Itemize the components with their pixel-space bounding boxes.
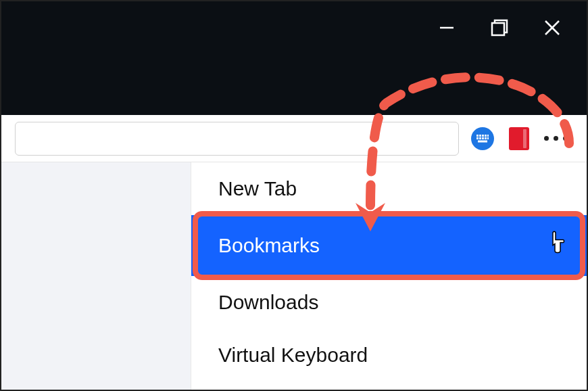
browser-toolbar	[1, 115, 587, 162]
menu-item-new-tab[interactable]: New Tab	[191, 162, 587, 215]
menu-item-label: Bookmarks	[218, 234, 320, 257]
menu-item-label: Virtual Keyboard	[218, 344, 368, 367]
svg-rect-14	[487, 137, 489, 139]
toolbar-icons	[471, 127, 573, 150]
svg-rect-11	[479, 137, 481, 139]
close-icon	[543, 18, 562, 37]
more-menu-icon[interactable]	[544, 136, 568, 141]
svg-rect-8	[485, 135, 487, 137]
dropdown-menu: New Tab Bookmarks Downloads Virtual Keyb…	[191, 162, 587, 390]
minimize-icon	[437, 18, 456, 37]
maximize-icon	[489, 18, 510, 38]
content-area: New Tab Bookmarks Downloads Virtual Keyb…	[1, 162, 587, 390]
svg-rect-13	[485, 137, 487, 139]
menu-item-bookmarks[interactable]: Bookmarks	[191, 215, 587, 276]
minimize-button[interactable]	[423, 11, 470, 45]
menu-item-label: Downloads	[218, 291, 318, 314]
svg-rect-5	[476, 135, 479, 137]
svg-rect-9	[487, 135, 489, 137]
menu-item-label: New Tab	[218, 177, 297, 200]
svg-rect-12	[482, 137, 484, 139]
window-titlebar	[1, 1, 587, 115]
close-button[interactable]	[529, 11, 576, 45]
svg-rect-15	[478, 140, 487, 142]
menu-item-downloads[interactable]: Downloads	[191, 276, 587, 329]
svg-rect-10	[476, 137, 479, 139]
keyboard-icon[interactable]	[471, 127, 494, 150]
sidebar	[1, 162, 191, 390]
collections-icon[interactable]	[509, 127, 529, 150]
address-bar[interactable]	[15, 122, 459, 156]
svg-rect-1	[492, 23, 504, 35]
svg-rect-6	[479, 135, 481, 137]
maximize-button[interactable]	[476, 11, 523, 45]
svg-rect-7	[482, 135, 484, 137]
window-controls	[423, 1, 587, 45]
cursor-pointer-icon	[546, 231, 568, 261]
menu-item-virtual-keyboard[interactable]: Virtual Keyboard	[191, 329, 587, 382]
